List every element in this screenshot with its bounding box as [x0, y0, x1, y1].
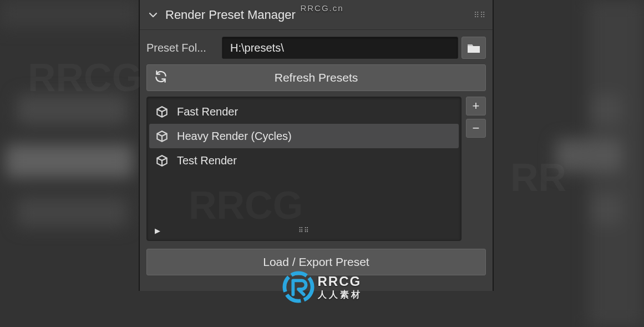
folder-icon: [466, 42, 481, 54]
drag-dots-icon[interactable]: ⠿⠿: [474, 11, 486, 19]
browse-folder-button[interactable]: [462, 37, 486, 59]
svg-point-0: [284, 273, 312, 301]
preset-icon: [155, 104, 169, 119]
watermark-brand-cn: 人人素材: [318, 289, 362, 301]
grip-icon[interactable]: ⠿⠿: [298, 227, 310, 234]
rrcg-logo-icon: [282, 271, 315, 303]
refresh-icon: [154, 69, 168, 87]
list-item-label: Test Render: [177, 154, 237, 167]
render-preset-panel: Render Preset Manager ⠿⠿ Preset Fol...: [139, 0, 494, 291]
preset-icon: [155, 153, 169, 168]
refresh-label: Refresh Presets: [275, 71, 358, 84]
chevron-down-icon: [146, 8, 160, 22]
list-side-buttons: + −: [466, 97, 486, 241]
list-item-label: Fast Render: [177, 105, 238, 118]
watermark-top: RRCG.cn: [300, 3, 343, 13]
watermark-brand-en: RRCG: [318, 274, 362, 289]
load-export-label: Load / Export Preset: [263, 255, 369, 269]
watermark-center: RRCG 人人素材: [282, 271, 362, 303]
list-item-label: Heavy Render (Cycles): [177, 130, 292, 143]
preset-icon: [155, 129, 169, 143]
preset-list-container: Fast Render Heavy Render (Cycles) Test R…: [146, 97, 486, 241]
list-item[interactable]: Test Render: [149, 148, 459, 173]
remove-preset-button[interactable]: −: [466, 119, 486, 138]
preset-folder-row: Preset Fol...: [146, 37, 486, 59]
refresh-row: Refresh Presets: [146, 64, 486, 91]
minus-icon: −: [473, 122, 480, 134]
preset-list: Fast Render Heavy Render (Cycles) Test R…: [146, 97, 462, 241]
preset-folder-input[interactable]: [222, 37, 458, 59]
refresh-presets-button[interactable]: Refresh Presets: [146, 64, 486, 91]
play-icon[interactable]: ▶: [155, 227, 160, 235]
list-item[interactable]: Fast Render: [149, 99, 459, 124]
panel-body: Preset Fol... Refresh: [140, 30, 493, 285]
plus-icon: +: [473, 100, 480, 112]
list-item[interactable]: Heavy Render (Cycles): [149, 124, 459, 148]
add-preset-button[interactable]: +: [466, 97, 486, 115]
list-footer: ▶ ⠿⠿: [149, 223, 459, 238]
preset-folder-label: Preset Fol...: [146, 42, 219, 54]
